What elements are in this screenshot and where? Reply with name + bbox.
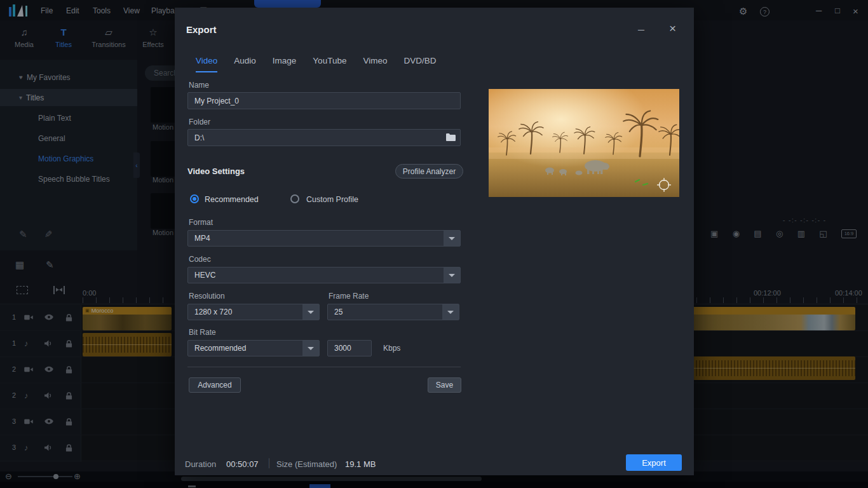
tab-video[interactable]: Video [196, 56, 217, 72]
tab-vimeo[interactable]: Vimeo [363, 56, 387, 72]
folder-label: Folder [189, 118, 210, 126]
dialog-close-icon[interactable]: × [669, 22, 676, 36]
codec-value: HEVC [194, 271, 444, 280]
save-button[interactable]: Save [428, 377, 461, 393]
framerate-value: 25 [334, 308, 442, 316]
export-button[interactable]: Export [626, 454, 682, 471]
export-dialog: Export ─ × Video Audio Image YouTube Vim… [175, 8, 694, 475]
framerate-dropdown[interactable]: 25 [327, 304, 459, 320]
resolution-value: 1280 x 720 [194, 308, 302, 316]
tab-audio[interactable]: Audio [234, 56, 256, 72]
size-value: 19.1 MB [345, 459, 376, 469]
export-preview [489, 89, 679, 197]
format-value: MP4 [194, 234, 444, 243]
folder-field[interactable] [187, 129, 461, 146]
video-settings-heading: Video Settings [187, 166, 245, 176]
resolution-label: Resolution [189, 292, 225, 301]
codec-label: Codec [189, 255, 211, 264]
size-label: Size (Estimated) [276, 459, 337, 469]
footer-divider: │ [267, 458, 272, 468]
format-label: Format [189, 218, 213, 227]
recommended-radio-label: Recommended [205, 195, 259, 204]
profile-analyzer-button[interactable]: Profile Analyzer [395, 164, 463, 179]
divider [187, 367, 461, 367]
resolution-dropdown[interactable]: 1280 x 720 [187, 304, 320, 320]
export-tabs: Video Audio Image YouTube Vimeo DVD/BD [196, 56, 436, 72]
chevron-down-icon [302, 304, 319, 320]
bitrate-value: Recommended [194, 344, 302, 353]
format-dropdown[interactable]: MP4 [187, 230, 461, 247]
dialog-title: Export [186, 24, 217, 35]
bitrate-kbps-field[interactable] [327, 340, 372, 356]
codec-dropdown[interactable]: HEVC [187, 267, 461, 283]
tab-image[interactable]: Image [273, 56, 297, 72]
name-field[interactable] [187, 92, 461, 109]
bitrate-dropdown[interactable]: Recommended [187, 340, 320, 356]
custom-profile-radio[interactable] [290, 194, 299, 203]
recommended-radio[interactable] [190, 194, 199, 203]
custom-profile-radio-label: Custom Profile [306, 195, 358, 204]
duration-label: Duration [185, 459, 216, 469]
tab-dvd-bd[interactable]: DVD/BD [403, 56, 436, 72]
kbps-unit-label: Kbps [383, 344, 400, 353]
folder-browse-icon[interactable] [445, 133, 456, 141]
duration-value: 00:50:07 [226, 459, 259, 469]
advanced-button[interactable]: Advanced [189, 377, 241, 393]
framerate-label: Frame Rate [329, 292, 369, 301]
dialog-minimize-icon[interactable]: ─ [638, 25, 644, 35]
bitrate-label: Bit Rate [189, 328, 216, 337]
chevron-down-icon [444, 268, 460, 283]
chevron-down-icon [442, 304, 459, 320]
chevron-down-icon [302, 341, 319, 356]
chevron-down-icon [444, 231, 460, 246]
name-label: Name [189, 81, 209, 90]
tab-youtube[interactable]: YouTube [313, 56, 346, 72]
video-editor-app: File Edit Tools View Playback ▦ ⚙ ? ─ □ … [0, 0, 868, 488]
